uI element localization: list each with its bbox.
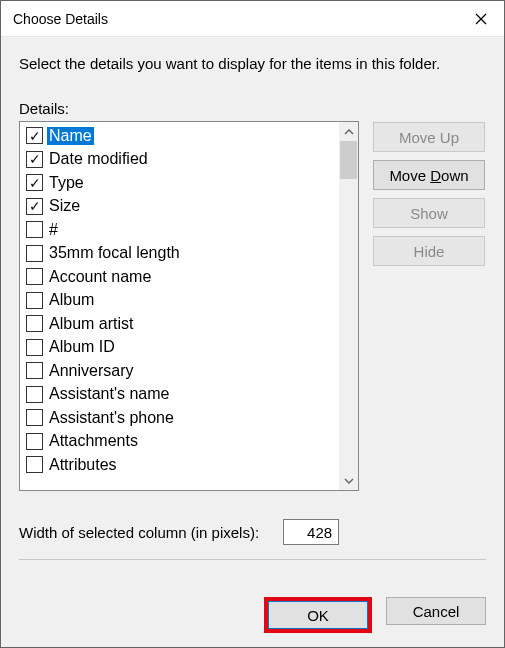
choose-details-dialog: Choose Details Select the details you wa… [0, 0, 505, 648]
details-list-items: NameDate modifiedTypeSize#35mm focal len… [20, 122, 339, 490]
checkbox[interactable] [26, 221, 43, 238]
list-item[interactable]: Account name [24, 265, 339, 289]
list-item[interactable]: Attributes [24, 453, 339, 477]
list-item-label: Type [47, 174, 86, 192]
details-label-text: Details: [19, 100, 69, 117]
scroll-thumb[interactable] [340, 141, 357, 179]
move-down-label: Move Down [389, 167, 468, 184]
details-listbox[interactable]: NameDate modifiedTypeSize#35mm focal len… [19, 121, 359, 491]
list-item[interactable]: Anniversary [24, 359, 339, 383]
move-up-label: Move Up [399, 129, 459, 146]
scrollbar[interactable] [339, 122, 358, 490]
list-item[interactable]: # [24, 218, 339, 242]
checkbox[interactable] [26, 409, 43, 426]
list-item-label: Name [47, 127, 94, 145]
list-item-label: Album [47, 291, 96, 309]
hide-label: Hide [414, 243, 445, 260]
list-item[interactable]: Album ID [24, 336, 339, 360]
list-item-label: 35mm focal length [47, 244, 182, 262]
list-item-label: Assistant's phone [47, 409, 176, 427]
list-item-label: Attachments [47, 432, 140, 450]
list-item[interactable]: Name [24, 124, 339, 148]
window-title: Choose Details [13, 11, 458, 27]
checkbox[interactable] [26, 339, 43, 356]
title-bar: Choose Details [1, 1, 504, 37]
close-button[interactable] [458, 1, 504, 36]
checkbox[interactable] [26, 245, 43, 262]
list-item-label: # [47, 221, 60, 239]
ok-label: OK [307, 607, 329, 624]
scroll-up-button[interactable] [339, 122, 358, 141]
list-item[interactable]: Album [24, 289, 339, 313]
checkbox[interactable] [26, 198, 43, 215]
cancel-button[interactable]: Cancel [386, 597, 486, 625]
list-item-label: Anniversary [47, 362, 135, 380]
list-item-label: Album artist [47, 315, 135, 333]
list-item-label: Account name [47, 268, 153, 286]
footer: OK Cancel [1, 585, 504, 647]
width-label: Width of selected column (in pixels): [19, 524, 259, 541]
list-item-label: Size [47, 197, 82, 215]
checkbox[interactable] [26, 456, 43, 473]
list-item-label: Album ID [47, 338, 117, 356]
side-buttons: Move Up Move Down Show Hide [373, 121, 485, 491]
checkbox[interactable] [26, 362, 43, 379]
dialog-body: Select the details you want to display f… [1, 37, 504, 585]
move-up-button[interactable]: Move Up [373, 122, 485, 152]
cancel-label: Cancel [413, 603, 460, 620]
checkbox[interactable] [26, 292, 43, 309]
list-item[interactable]: Assistant's name [24, 383, 339, 407]
hide-button[interactable]: Hide [373, 236, 485, 266]
list-item[interactable]: Type [24, 171, 339, 195]
close-icon [475, 13, 487, 25]
checkbox[interactable] [26, 174, 43, 191]
checkbox[interactable] [26, 386, 43, 403]
width-input[interactable]: 428 [283, 519, 339, 545]
list-item-label: Assistant's name [47, 385, 171, 403]
list-item-label: Date modified [47, 150, 150, 168]
checkbox[interactable] [26, 315, 43, 332]
divider [19, 559, 486, 560]
width-label-text: Width of selected column (in pixels): [19, 524, 259, 541]
list-item-label: Attributes [47, 456, 119, 474]
list-item[interactable]: Size [24, 195, 339, 219]
ok-button-emphasis: OK [264, 597, 372, 633]
show-button[interactable]: Show [373, 198, 485, 228]
instruction-text: Select the details you want to display f… [19, 55, 486, 72]
chevron-down-icon [344, 478, 354, 484]
chevron-up-icon [344, 129, 354, 135]
width-row: Width of selected column (in pixels): 42… [19, 519, 486, 545]
list-item[interactable]: Assistant's phone [24, 406, 339, 430]
width-value: 428 [307, 524, 332, 541]
list-item[interactable]: Date modified [24, 148, 339, 172]
checkbox[interactable] [26, 127, 43, 144]
scroll-track[interactable] [339, 141, 358, 471]
middle-section: NameDate modifiedTypeSize#35mm focal len… [19, 121, 486, 491]
checkbox[interactable] [26, 433, 43, 450]
list-item[interactable]: Album artist [24, 312, 339, 336]
list-item[interactable]: Attachments [24, 430, 339, 454]
scroll-down-button[interactable] [339, 471, 358, 490]
checkbox[interactable] [26, 268, 43, 285]
ok-button[interactable]: OK [268, 601, 368, 629]
move-down-button[interactable]: Move Down [373, 160, 485, 190]
details-label: Details: [19, 100, 486, 117]
list-item[interactable]: 35mm focal length [24, 242, 339, 266]
checkbox[interactable] [26, 151, 43, 168]
show-label: Show [410, 205, 448, 222]
